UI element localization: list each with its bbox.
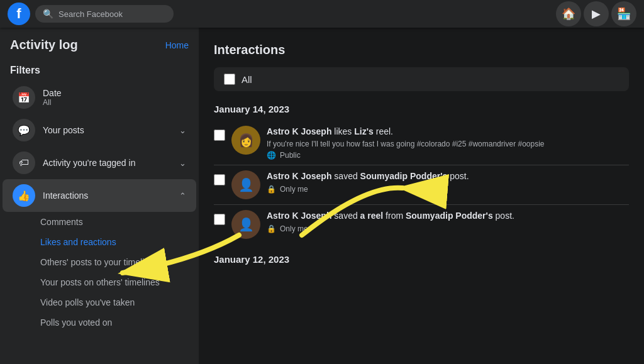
subitem-your-posts-others[interactable]: Your posts on others' timelines bbox=[40, 272, 199, 292]
all-checkbox[interactable] bbox=[224, 74, 235, 85]
top-navigation: f 🔍 🏠 ▶ 🏪 bbox=[0, 0, 644, 28]
video-nav-icon[interactable]: ▶ bbox=[584, 1, 609, 26]
tag-icon: 🏷 bbox=[13, 152, 35, 174]
item1-visibility-icon: 🌐 bbox=[267, 151, 276, 160]
sidebar-title: Activity log bbox=[10, 38, 78, 52]
content-area: Interactions All January 14, 2023 👩 Astr… bbox=[199, 28, 644, 364]
item2-visibility-icon: 🔒 bbox=[267, 185, 276, 194]
interactions-label: Interactions bbox=[43, 190, 88, 201]
activity-item-1: 👩 Astro K Joseph likes Liz's reel. If yo… bbox=[214, 121, 629, 165]
posts-icon: 💬 bbox=[13, 119, 35, 141]
subitem-others-posts[interactable]: Others' posts to your timeline bbox=[40, 252, 199, 272]
search-input[interactable] bbox=[58, 9, 166, 19]
item1-meta: 🌐 Public bbox=[267, 151, 629, 160]
date-icon: 📅 bbox=[13, 86, 35, 109]
content-title: Interactions bbox=[214, 43, 629, 57]
item3-avatar: 👤 bbox=[231, 210, 260, 239]
main-layout: Activity log Home Filters 📅 Date All 💬 Y… bbox=[0, 28, 644, 364]
search-box[interactable]: 🔍 bbox=[35, 5, 174, 23]
item3-visibility: Only me bbox=[280, 224, 308, 233]
tagged-in-label: Activity you're tagged in bbox=[43, 158, 135, 168]
marketplace-nav-icon[interactable]: 🏪 bbox=[611, 1, 636, 26]
subitem-video-polls[interactable]: Video polls you've taken bbox=[40, 292, 199, 312]
home-nav-icon[interactable]: 🏠 bbox=[556, 1, 581, 26]
logo-letter: f bbox=[16, 6, 21, 22]
item3-visibility-icon: 🔒 bbox=[267, 224, 276, 233]
subitem-polls-voted[interactable]: Polls you voted on bbox=[40, 312, 199, 333]
date-label: Date bbox=[43, 88, 62, 98]
all-label: All bbox=[242, 74, 252, 85]
facebook-logo[interactable]: f bbox=[8, 3, 30, 25]
sidebar-item-tagged-in[interactable]: 🏷 Activity you're tagged in ⌄ bbox=[3, 146, 196, 179]
item3-checkbox[interactable] bbox=[214, 214, 225, 225]
item1-visibility: Public bbox=[280, 151, 301, 160]
item3-meta: 🔒 Only me bbox=[267, 224, 629, 233]
sidebar-item-date[interactable]: 📅 Date All bbox=[3, 81, 196, 114]
item1-avatar: 👩 bbox=[231, 126, 260, 155]
activity-item-3: 👤 Astro K Joseph saved a reel from Soumy… bbox=[214, 205, 629, 244]
chevron-down-icon: ⌄ bbox=[179, 126, 186, 135]
item3-text: Astro K Joseph saved a reel from Soumyad… bbox=[267, 210, 629, 223]
sidebar: Activity log Home Filters 📅 Date All 💬 Y… bbox=[0, 28, 199, 364]
filters-label: Filters bbox=[0, 60, 199, 81]
item1-text: Astro K Joseph likes Liz's reel. bbox=[267, 126, 629, 138]
sidebar-header: Activity log Home bbox=[0, 38, 199, 60]
your-posts-label: Your posts bbox=[43, 125, 84, 135]
chevron-up-icon: ⌃ bbox=[179, 191, 186, 201]
subitem-comments[interactable]: Comments bbox=[40, 212, 199, 232]
sidebar-item-interactions[interactable]: 👍 Interactions ⌃ bbox=[3, 179, 196, 212]
all-checkbox-row: All bbox=[214, 67, 629, 91]
nav-icons: 🏠 ▶ 🏪 bbox=[556, 1, 636, 26]
activity-item-2: 👤 Astro K Joseph saved Soumyadip Podder'… bbox=[214, 165, 629, 205]
chevron-down-icon-2: ⌄ bbox=[179, 158, 186, 168]
date-sub: All bbox=[43, 98, 62, 107]
item1-checkbox[interactable] bbox=[214, 130, 225, 141]
item2-avatar: 👤 bbox=[231, 170, 260, 199]
interactions-icon: 👍 bbox=[13, 184, 35, 207]
date-section-jan14: January 14, 2023 👩 Astro K Joseph likes … bbox=[214, 104, 629, 244]
date-header-jan14: January 14, 2023 bbox=[214, 104, 629, 114]
item2-meta: 🔒 Only me bbox=[267, 185, 629, 194]
date-section-jan12: January 12, 2023 bbox=[214, 254, 629, 265]
home-link[interactable]: Home bbox=[165, 40, 189, 50]
search-icon: 🔍 bbox=[43, 9, 53, 19]
item2-checkbox[interactable] bbox=[214, 174, 225, 185]
interactions-subitems: Comments Likes and reactions Others' pos… bbox=[0, 212, 199, 333]
subitem-likes[interactable]: Likes and reactions bbox=[40, 232, 199, 252]
date-header-jan12: January 12, 2023 bbox=[214, 254, 629, 265]
item1-preview: If you're nice I'll tell you how fast I … bbox=[267, 140, 629, 150]
sidebar-item-your-posts[interactable]: 💬 Your posts ⌄ bbox=[3, 114, 196, 146]
item2-visibility: Only me bbox=[280, 185, 308, 194]
item2-text: Astro K Joseph saved Soumyadip Podder's … bbox=[267, 170, 629, 183]
